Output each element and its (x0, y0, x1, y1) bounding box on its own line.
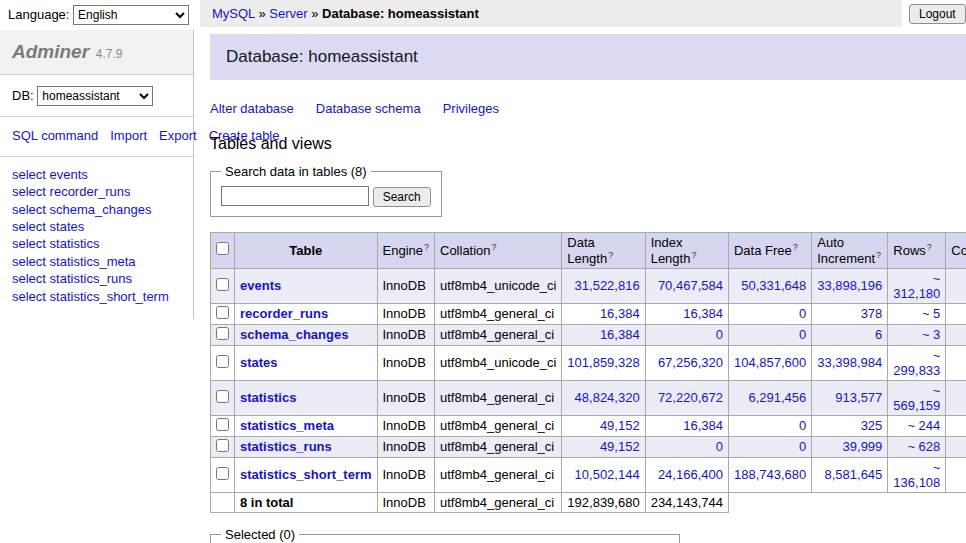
auto-increment-link-statistics-runs[interactable]: 39,999 (843, 439, 883, 454)
sidebar-table-link-select-statistics-short-term[interactable]: select statistics_short_term (12, 288, 181, 305)
rows-link-events[interactable]: ~ 312,180 (893, 271, 940, 301)
row-checkbox-events[interactable] (216, 278, 229, 291)
adminer-logo-link[interactable]: Adminer (12, 41, 89, 62)
data-length-link-statistics-runs[interactable]: 49,152 (600, 439, 640, 454)
table-link-statistics-meta[interactable]: statistics_meta (240, 418, 334, 433)
column-header-index-length[interactable]: Index Length? (645, 232, 728, 268)
data-free-link-recorder-runs[interactable]: 0 (799, 306, 806, 321)
index-length-link-statistics[interactable]: 72,220,672 (658, 390, 723, 405)
action-link-database-schema[interactable]: Database schema (316, 101, 421, 116)
table-link-states[interactable]: states (240, 355, 278, 370)
action-link-privileges[interactable]: Privileges (443, 101, 499, 116)
table-link-statistics-short-term[interactable]: statistics_short_term (240, 467, 372, 482)
row-checkbox-statistics-short-term[interactable] (216, 467, 229, 480)
help-icon[interactable]: ? (793, 242, 798, 252)
sidebar-link-sql-command[interactable]: SQL command (12, 128, 98, 143)
data-length-link-statistics-short-term[interactable]: 10,502,144 (575, 467, 640, 482)
help-icon[interactable]: ? (691, 250, 696, 260)
language-select[interactable]: English (73, 5, 189, 25)
row-checkbox-recorder-runs[interactable] (216, 306, 229, 319)
table-link-events[interactable]: events (240, 278, 281, 293)
sidebar-table-link-select-states[interactable]: select states (12, 218, 181, 235)
sidebar-table-link-select-events[interactable]: select events (12, 166, 181, 183)
rows-link-schema-changes[interactable]: ~ 3 (922, 327, 940, 342)
auto-increment-link-recorder-runs[interactable]: 378 (861, 306, 883, 321)
action-link-alter-database[interactable]: Alter database (210, 101, 294, 116)
column-header-data-length[interactable]: Data Length? (562, 232, 645, 268)
index-length-link-statistics-runs[interactable]: 0 (716, 439, 723, 454)
row-checkbox-schema-changes[interactable] (216, 327, 229, 340)
row-checkbox-statistics[interactable] (216, 390, 229, 403)
data-free-link-schema-changes[interactable]: 0 (799, 327, 806, 342)
db-select[interactable]: homeassistant (37, 86, 153, 106)
row-checkbox-statistics-meta[interactable] (216, 418, 229, 431)
table-link-statistics[interactable]: statistics (240, 390, 296, 405)
column-header-engine[interactable]: Engine? (377, 232, 435, 268)
auto-increment-link-events[interactable]: 33,898,196 (817, 278, 882, 293)
sidebar-table-link-select-recorder-runs[interactable]: select recorder_runs (12, 183, 181, 200)
rows-link-statistics[interactable]: ~ 569,159 (893, 383, 940, 413)
sidebar-table-link-select-statistics-runs[interactable]: select statistics_runs (12, 270, 181, 287)
auto-increment-link-schema-changes[interactable]: 6 (875, 327, 882, 342)
help-icon[interactable]: ? (608, 250, 613, 260)
help-icon[interactable]: ? (492, 242, 497, 252)
auto-increment-link-statistics-meta[interactable]: 325 (861, 418, 883, 433)
sidebar-table-link-select-statistics[interactable]: select statistics (12, 235, 181, 252)
data-length-link-schema-changes[interactable]: 16,384 (600, 327, 640, 342)
auto-increment-link-statistics-short-term[interactable]: 8,581,645 (824, 467, 882, 482)
breadcrumb-link-server[interactable]: Server (269, 6, 307, 21)
column-header-auto-increment[interactable]: Auto Increment? (812, 232, 888, 268)
rows-link-statistics-runs[interactable]: ~ 628 (907, 439, 940, 454)
search-input[interactable] (221, 186, 369, 206)
data-free-link-statistics[interactable]: 6,291,456 (748, 390, 806, 405)
data-free-link-statistics-short-term[interactable]: 188,743,680 (734, 467, 806, 482)
rows-link-states[interactable]: ~ 299,833 (893, 348, 940, 378)
rows-link-statistics-short-term[interactable]: ~ 136,108 (893, 460, 940, 490)
select-all-checkbox[interactable] (216, 242, 229, 255)
index-length-link-recorder-runs[interactable]: 16,384 (683, 306, 723, 321)
index-length-link-statistics-meta[interactable]: 16,384 (683, 418, 723, 433)
adminer-brand: Adminer 4.7.9 (0, 30, 193, 75)
main-content: Database: homeassistant Alter databaseDa… (194, 30, 966, 543)
data-length-link-statistics[interactable]: 48,824,320 (575, 390, 640, 405)
help-icon[interactable]: ? (424, 242, 429, 252)
data-length-link-events[interactable]: 31,522,816 (575, 278, 640, 293)
data-free-link-events[interactable]: 50,331,648 (741, 278, 806, 293)
sidebar-table-link-select-statistics-meta[interactable]: select statistics_meta (12, 253, 181, 270)
help-icon[interactable]: ? (927, 242, 932, 252)
data-free-link-statistics-runs[interactable]: 0 (799, 439, 806, 454)
data-length-link-states[interactable]: 101,859,328 (567, 355, 639, 370)
auto-increment-link-statistics[interactable]: 913,577 (835, 390, 882, 405)
logout-button[interactable]: Logout (909, 4, 966, 24)
column-header-comment[interactable]: Comment? (946, 232, 966, 268)
data-length-link-statistics-meta[interactable]: 49,152 (600, 418, 640, 433)
table-link-schema-changes[interactable]: schema_changes (240, 327, 348, 342)
engine-cell: InnoDB (377, 436, 435, 457)
index-length-link-schema-changes[interactable]: 0 (716, 327, 723, 342)
search-button[interactable]: Search (373, 187, 431, 207)
help-icon[interactable]: ? (876, 250, 881, 260)
auto-increment-link-states[interactable]: 33,398,984 (817, 355, 882, 370)
rows-cell: ~ 569,159 (888, 380, 946, 415)
column-header-data-free[interactable]: Data Free? (728, 232, 811, 268)
data-free-link-states[interactable]: 104,857,600 (734, 355, 806, 370)
table-link-recorder-runs[interactable]: recorder_runs (240, 306, 328, 321)
sidebar-link-import[interactable]: Import (110, 128, 147, 143)
row-checkbox-states[interactable] (216, 355, 229, 368)
rows-link-recorder-runs[interactable]: ~ 5 (922, 306, 940, 321)
sidebar-table-link-select-schema-changes[interactable]: select schema_changes (12, 201, 181, 218)
index-length-link-events[interactable]: 70,467,584 (658, 278, 723, 293)
index-length-link-statistics-short-term[interactable]: 24,166,400 (658, 467, 723, 482)
row-checkbox-statistics-runs[interactable] (216, 439, 229, 452)
db-label: DB: (12, 88, 34, 103)
rows-link-statistics-meta[interactable]: ~ 244 (907, 418, 940, 433)
sidebar-link-export[interactable]: Export (159, 128, 197, 143)
data-free-link-statistics-meta[interactable]: 0 (799, 418, 806, 433)
data-length-link-recorder-runs[interactable]: 16,384 (600, 306, 640, 321)
table-link-statistics-runs[interactable]: statistics_runs (240, 439, 332, 454)
index-length-link-states[interactable]: 67,256,320 (658, 355, 723, 370)
column-header-rows[interactable]: Rows? (888, 232, 946, 268)
column-header-collation[interactable]: Collation? (435, 232, 562, 268)
breadcrumb-link-mysql[interactable]: MySQL (212, 6, 255, 21)
auto-increment-cell: 33,398,984 (812, 345, 888, 380)
